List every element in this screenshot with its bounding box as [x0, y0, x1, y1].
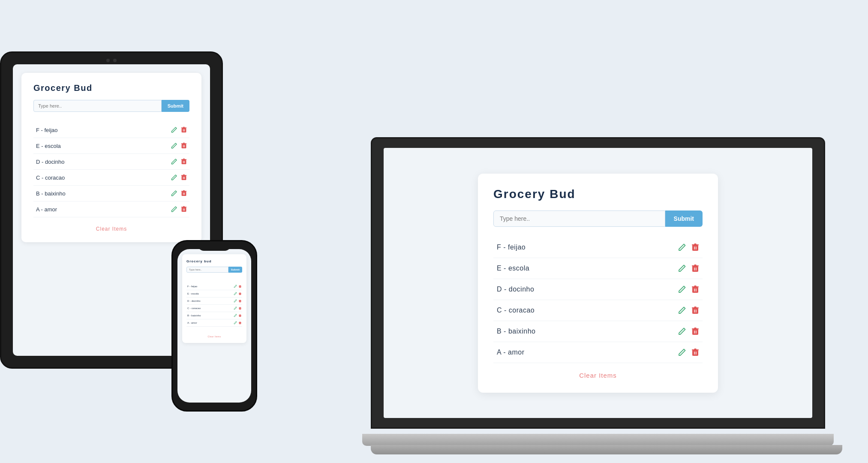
delete-icon[interactable]	[239, 314, 241, 317]
delete-icon[interactable]	[239, 321, 241, 325]
svg-rect-25	[696, 331, 697, 334]
edit-icon[interactable]	[678, 327, 686, 336]
svg-rect-63	[240, 286, 240, 286]
svg-rect-71	[239, 301, 241, 302]
edit-icon[interactable]	[678, 285, 686, 294]
delete-icon[interactable]	[181, 158, 187, 165]
item-actions	[234, 314, 241, 317]
svg-rect-83	[240, 315, 240, 315]
svg-rect-78	[240, 307, 240, 308]
tablet-text-input[interactable]	[33, 100, 162, 112]
laptop-clear-button[interactable]: Clear Items	[493, 372, 703, 379]
edit-icon[interactable]	[171, 174, 177, 181]
delete-icon[interactable]	[691, 306, 699, 315]
delete-icon[interactable]	[239, 299, 241, 303]
table-row: F - feijao	[33, 122, 189, 138]
edit-icon[interactable]	[171, 190, 177, 197]
phone-clear-button[interactable]: Clear Items	[186, 335, 242, 338]
edit-icon[interactable]	[171, 126, 177, 133]
delete-icon[interactable]	[181, 190, 187, 197]
delete-icon[interactable]	[691, 285, 699, 294]
svg-rect-41	[182, 160, 186, 164]
edit-icon[interactable]	[678, 306, 686, 315]
item-actions	[171, 158, 187, 165]
item-name-f: F - feijao	[36, 127, 58, 133]
svg-rect-20	[696, 310, 697, 313]
item-actions	[234, 321, 241, 325]
phone-submit-button[interactable]: Submit	[228, 267, 242, 273]
tablet-submit-button[interactable]: Submit	[162, 100, 189, 112]
laptop-device: Grocery Bud Submit F - feijao	[371, 137, 842, 463]
item-actions	[234, 285, 241, 288]
svg-rect-3	[694, 244, 697, 245]
laptop-text-input[interactable]	[493, 210, 665, 227]
svg-rect-38	[183, 143, 185, 144]
table-row: D - docinho	[493, 279, 703, 300]
item-actions-d	[678, 285, 699, 294]
item-actions	[234, 299, 241, 303]
delete-icon[interactable]	[181, 126, 187, 133]
phone-app-card: Grocery bud Submit F - feijao E - escol	[182, 254, 246, 343]
item-name-b: B - baixinho	[187, 314, 201, 317]
svg-rect-31	[182, 128, 186, 132]
svg-rect-4	[694, 247, 695, 250]
delete-icon[interactable]	[181, 174, 187, 181]
phone-text-input[interactable]	[186, 267, 228, 273]
item-actions-f	[678, 243, 699, 252]
svg-rect-28	[694, 349, 697, 350]
table-row: D - docinho	[186, 298, 242, 305]
laptop-app-title: Grocery Bud	[493, 187, 703, 201]
delete-icon[interactable]	[181, 142, 187, 149]
edit-icon[interactable]	[678, 348, 686, 357]
item-name-a: A - amor	[36, 206, 57, 213]
delete-icon[interactable]	[691, 264, 699, 273]
tablet-input-row: Submit	[33, 100, 189, 112]
table-row: B - baixinho	[33, 186, 189, 201]
edit-icon[interactable]	[171, 206, 177, 213]
item-name-e: E - escola	[187, 292, 199, 295]
svg-rect-24	[694, 331, 695, 334]
item-actions-b	[678, 327, 699, 336]
svg-rect-40	[184, 145, 185, 147]
tablet-clear-button[interactable]: Clear Items	[33, 226, 189, 232]
svg-rect-19	[694, 310, 695, 313]
svg-rect-29	[694, 352, 695, 355]
edit-icon[interactable]	[234, 299, 237, 303]
phone-screen: Grocery bud Submit F - feijao E - escol	[177, 249, 251, 403]
delete-icon[interactable]	[691, 327, 699, 336]
laptop-submit-button[interactable]: Submit	[665, 210, 703, 227]
delete-icon[interactable]	[239, 285, 241, 288]
tablet-camera	[106, 59, 117, 62]
item-name-e: E - escola	[497, 265, 529, 272]
edit-icon[interactable]	[234, 321, 237, 325]
svg-rect-5	[696, 247, 697, 250]
svg-rect-66	[239, 293, 241, 295]
item-name-f: F - feijao	[497, 244, 526, 251]
svg-rect-68	[240, 293, 240, 293]
delete-icon[interactable]	[691, 348, 699, 357]
table-row: F - feijao	[493, 237, 703, 258]
svg-rect-26	[692, 350, 698, 356]
svg-rect-10	[696, 268, 697, 271]
delete-icon[interactable]	[181, 206, 187, 213]
delete-icon[interactable]	[691, 243, 699, 252]
table-row: A - amor	[33, 201, 189, 217]
edit-icon[interactable]	[234, 307, 237, 310]
table-row: A - amor	[186, 319, 242, 327]
edit-icon[interactable]	[234, 292, 237, 295]
item-actions	[171, 190, 187, 197]
delete-icon[interactable]	[239, 307, 241, 310]
item-actions	[171, 126, 187, 133]
edit-icon[interactable]	[171, 142, 177, 149]
svg-rect-76	[239, 308, 241, 310]
svg-rect-30	[696, 352, 697, 355]
item-actions	[171, 142, 187, 149]
phone-input-row: Submit	[186, 267, 242, 273]
edit-icon[interactable]	[234, 285, 237, 288]
edit-icon[interactable]	[678, 264, 686, 273]
edit-icon[interactable]	[171, 158, 177, 165]
edit-icon[interactable]	[234, 314, 237, 317]
edit-icon[interactable]	[678, 243, 686, 252]
delete-icon[interactable]	[239, 292, 241, 295]
svg-rect-21	[692, 329, 698, 335]
